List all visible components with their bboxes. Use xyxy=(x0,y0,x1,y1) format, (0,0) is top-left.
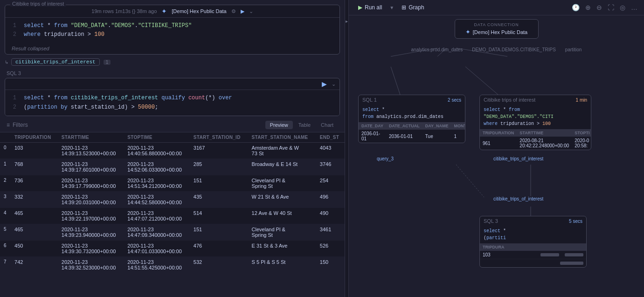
row-start-station-id: 151 xyxy=(190,224,248,240)
row-starttime: 2020-11-2314:39:23.940000+00:00 xyxy=(58,224,124,240)
graph-canvas[interactable]: DATA CONNECTION ✦ [Demo] Hex Public Data… xyxy=(349,15,644,297)
row-tripduration: 465 xyxy=(11,207,58,224)
cell1-code[interactable]: 1 select * from "DEMO_DATA"."DEMOS"."CIT… xyxy=(5,18,339,43)
eye-icon-btn[interactable]: ◎ xyxy=(619,3,626,12)
code-line-2: 2 where tripduration > 100 xyxy=(10,30,335,39)
sql1-node-code: select * from analytics.prod.dim_dates xyxy=(359,104,465,122)
filter-bar: ≡ Filters Preview Table Chart xyxy=(0,118,345,132)
row-start-station-id: 151 xyxy=(190,175,248,191)
sql3-row-0: 103 xyxy=(480,251,586,259)
sql3-code[interactable]: 1 select * from citibike_trips_of_intere… xyxy=(5,90,339,115)
row-idx: 1 xyxy=(0,159,11,175)
citibike-col-starttime: STARTTIME xyxy=(517,129,572,137)
tab-preview[interactable]: Preview xyxy=(265,121,293,129)
col-header-end-st: END_ST xyxy=(316,132,345,143)
sql3-cell: ▶ ⌄ 1 select * from citibike_trips_of_in… xyxy=(5,78,340,116)
citibike-node[interactable]: Citibike trips of interest 1 min select … xyxy=(479,95,591,150)
tab-table[interactable]: Table xyxy=(294,121,315,129)
dc-label: DATA CONNECTION xyxy=(463,22,531,27)
graph-tab-label: Graph xyxy=(409,4,424,11)
sql1-row-0: 2036-01-01 2036-01-01 Tue 1 xyxy=(359,130,465,143)
cell1-chevron[interactable]: ⌄ xyxy=(249,8,253,14)
hex-icon: ✦ xyxy=(161,7,167,15)
data-table-container[interactable]: TRIPDURATION STARTTIME STOPTIME START_ST… xyxy=(0,132,345,297)
sql1-node[interactable]: SQL 1 2 secs select * from analytics.pro… xyxy=(358,95,465,143)
sql3-col-placeholder1 xyxy=(538,243,562,251)
clock-icon-btn[interactable]: 🕐 xyxy=(571,3,581,12)
table-row: 54652020-11-2314:39:23.940000+00:002020-… xyxy=(0,224,345,240)
sql3-col-tripdura: TRIPDURA xyxy=(480,243,538,251)
row-idx: 5 xyxy=(0,224,11,240)
table-row: 77422020-11-2314:39:32.523000+00:002020-… xyxy=(0,256,345,273)
row-end-st: 526 xyxy=(316,240,345,256)
sql3-col-placeholder2 xyxy=(562,243,586,251)
zoom-out-btn[interactable]: ⊖ xyxy=(596,3,603,12)
more-options-btn[interactable]: … xyxy=(630,3,638,12)
row-start-station-name: 12 Ave & W 40 St xyxy=(248,207,316,224)
data-table: TRIPDURATION STARTTIME STOPTIME START_ST… xyxy=(0,132,345,273)
cell1-border: 19m rows 1m13s {} 38m ago ✦ [Demo] Hex P… xyxy=(5,5,340,55)
row-stoptime: 2020-11-2314:47:07.212000+00:00 xyxy=(124,207,189,224)
source-label-2: DEMO_DATA.DEMOS.CITIBIKE_TRIPS xyxy=(472,47,556,52)
row-start-station-id: 532 xyxy=(190,256,248,273)
table-row: 44652020-11-2314:39:22.197000+00:002020-… xyxy=(0,207,345,224)
run-all-chevron-icon[interactable]: ▼ xyxy=(389,5,394,10)
citibike-col-tripduration: TRIPDURATION xyxy=(480,129,517,137)
citibike-node-time: 1 min xyxy=(576,97,587,103)
run-all-label: Run all xyxy=(365,4,382,11)
tab-chart[interactable]: Chart xyxy=(316,121,338,129)
row-idx: 2 xyxy=(0,175,11,191)
fit-view-btn[interactable]: ⛶ xyxy=(607,3,615,12)
zoom-in-btn[interactable]: ⊕ xyxy=(584,3,592,12)
row-starttime: 2020-11-2314:39:17.601000+00:00 xyxy=(58,159,124,175)
graph-toolbar: ▶ Run all ▼ ⊞ Graph 🕐 ⊕ ⊖ ⛶ ◎ … xyxy=(349,0,644,15)
play-icon: ▶ xyxy=(358,4,362,11)
row-start-station-id: 285 xyxy=(190,159,248,175)
row-end-st: 4043 xyxy=(316,142,345,159)
graph-tab-button[interactable]: ⊞ Graph xyxy=(398,3,428,12)
table-row: 17682020-11-2314:39:17.601000+00:002020-… xyxy=(0,159,345,175)
filters-label: Filters xyxy=(13,122,28,128)
row-starttime: 2020-11-2314:39:32.523000+00:00 xyxy=(58,256,124,273)
output-tag-num: 1 xyxy=(104,60,111,65)
run-cell1-btn[interactable]: ▶ xyxy=(241,8,244,14)
citibike-node-table: TRIPDURATION STARTTIME STOPTI 961 2020-0… xyxy=(480,129,591,150)
citibike-cell-stoptime: 2020-020:58: xyxy=(572,137,591,150)
sql1-col-date-actual: DATE_ACTUAL xyxy=(386,122,422,130)
row-end-st: 3461 xyxy=(316,224,345,240)
settings-icon[interactable]: ⚙ xyxy=(231,8,236,14)
sql3-code-line-1: 1 select * from citibike_trips_of_intere… xyxy=(10,94,335,103)
sql3-chevron[interactable]: ⌄ xyxy=(332,81,336,87)
row-starttime: 2020-11-2314:39:22.197000+00:00 xyxy=(58,207,124,224)
row-tripduration: 742 xyxy=(11,256,58,273)
sql1-col-month: MONTH_ACTU xyxy=(451,122,465,130)
arrow-right-icon: ↳ xyxy=(5,60,8,65)
row-start-station-id: 3167 xyxy=(190,142,248,159)
citibike-node-header: Citibike trips of interest 1 min xyxy=(480,95,591,104)
run-all-button[interactable]: ▶ Run all xyxy=(354,3,386,12)
sql3-node-table: TRIPDURA 103 xyxy=(480,243,586,267)
row-stoptime: 2020-11-2314:51:34.212000+00:00 xyxy=(124,175,189,191)
sql3-node[interactable]: SQL 3 5 secs select * (partiti TRIPDURA xyxy=(479,216,587,268)
row-starttime: 2020-11-2314:39:13.523000+00:00 xyxy=(58,142,124,159)
row-stoptime: 2020-11-2314:52:06.033000+00:00 xyxy=(124,159,189,175)
output-tag[interactable]: citibike_trips_of_interest xyxy=(11,58,100,66)
graph-toolbar-left: ▶ Run all ▼ ⊞ Graph xyxy=(354,3,428,12)
row-tripduration: 768 xyxy=(11,159,58,175)
run-sql3-btn[interactable]: ▶ xyxy=(322,80,327,88)
sql3-node-code: select * (partiti xyxy=(480,226,586,243)
sql1-node-time: 2 secs xyxy=(448,97,461,103)
middle-label: citibike_trips_of_interest xyxy=(493,196,543,201)
cell1-title: Citibike trips of interest xyxy=(10,1,66,7)
svg-line-5 xyxy=(456,165,484,197)
col-header-start-station-name: START_STATION_NAME xyxy=(248,132,316,143)
cell1-outer: Citibike trips of interest 19m rows 1m13… xyxy=(5,5,340,55)
source-label-3: partition xyxy=(565,47,582,52)
citibike-node-label: citibike_trips_of_interest xyxy=(493,156,543,161)
svg-line-4 xyxy=(465,67,498,95)
svg-line-3 xyxy=(391,67,400,95)
row-stoptime: 2020-11-2314:51:55.425000+00:00 xyxy=(124,256,189,273)
col-header-idx xyxy=(0,132,11,143)
row-stoptime: 2020-11-2314:40:56.880000+00:00 xyxy=(124,142,189,159)
graph-toolbar-right: 🕐 ⊕ ⊖ ⛶ ◎ … xyxy=(571,3,638,12)
